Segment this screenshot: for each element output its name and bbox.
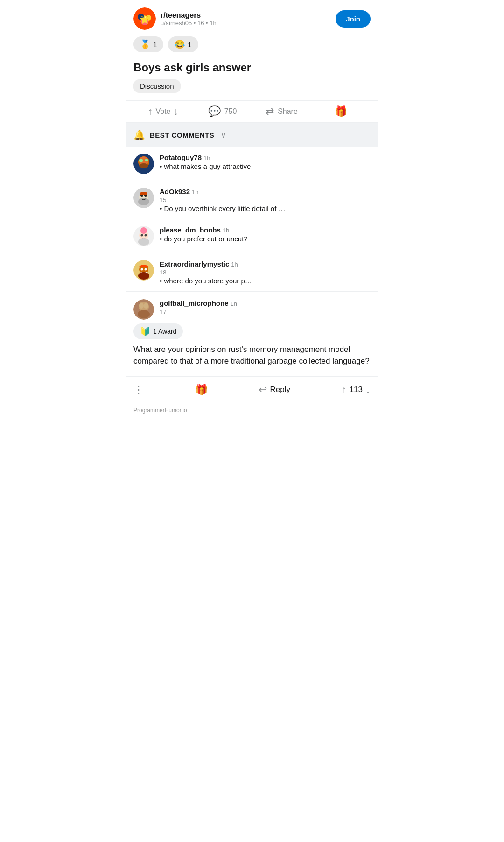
comment-3-time: 1h <box>223 227 229 234</box>
gift-icon: 🎁 <box>335 105 347 118</box>
vote-label: Vote <box>155 107 170 116</box>
awards-row: 🥇 1 😂 1 <box>126 34 378 55</box>
expanded-award-row: 🔰 1 Award <box>133 323 371 339</box>
svg-point-21 <box>145 234 147 237</box>
svg-point-20 <box>141 234 143 237</box>
svg-point-9 <box>139 159 143 162</box>
expanded-award-label: 1 Award <box>153 328 176 335</box>
svg-point-26 <box>145 268 147 271</box>
more-options-button[interactable]: ⋮ <box>133 384 144 396</box>
expanded-time: 1h <box>231 300 237 307</box>
avatar-potatoguy78[interactable] <box>133 154 154 174</box>
comment-downvote-icon[interactable]: ↓ <box>365 384 371 396</box>
svg-point-25 <box>141 268 143 271</box>
comment-4-text: • where do you store your p… <box>160 277 371 285</box>
comment-item-3: please_dm_boobs 1h • do you prefer cut o… <box>126 219 378 253</box>
avatar-please-dm-boobs[interactable] <box>133 226 154 246</box>
share-icon: ⇄ <box>266 105 274 118</box>
comment-1-text: • what makes a guy attractive <box>160 162 371 170</box>
reply-label: Reply <box>270 385 290 394</box>
comment-2-text: • Do you overthink every little detail o… <box>160 204 371 212</box>
more-options-icon[interactable]: ⋮ <box>133 384 144 396</box>
subreddit-name[interactable]: r/teenagers <box>161 11 217 20</box>
best-comments-bar[interactable]: 🔔 BEST COMMENTS ∨ <box>126 123 378 147</box>
svg-point-19 <box>140 227 147 234</box>
comment-3-text: • do you prefer cut or uncut? <box>160 235 371 243</box>
gift-action[interactable]: 🎁 <box>311 105 371 118</box>
bottom-action-bar: ⋮ 🎁 ↩ Reply ↑ 113 ↓ <box>126 377 378 402</box>
svg-text:🌟: 🌟 <box>140 14 150 25</box>
subreddit-info: 🌟 r/teenagers u/aimesh05 • 16 • 1h <box>133 7 217 30</box>
svg-point-8 <box>139 163 148 168</box>
comment-4-score: 18 <box>160 269 371 276</box>
award-1-count: 1 <box>153 41 157 49</box>
reply-arrow-icon: ↩ <box>259 384 267 396</box>
comment-1-time: 1h <box>203 154 210 161</box>
post-title: Boys ask girls answer <box>126 55 378 77</box>
comment-1-username[interactable]: Potatoguy78 <box>160 154 202 161</box>
gift-box-icon: 🎁 <box>195 384 208 396</box>
comment-action[interactable]: 💬 750 <box>193 105 252 118</box>
reply-button[interactable]: ↩ Reply <box>259 384 290 396</box>
expanded-award-pill[interactable]: 🔰 1 Award <box>133 323 183 339</box>
comment-3-username[interactable]: please_dm_boobs <box>160 226 221 234</box>
comment-1-body: Potatoguy78 1h • what makes a guy attrac… <box>160 154 371 170</box>
comment-1-header: Potatoguy78 1h <box>160 154 371 161</box>
comment-2-time: 1h <box>192 189 198 196</box>
flair-row: Discussion <box>126 77 378 100</box>
svg-point-10 <box>145 159 148 161</box>
expanded-comment-header-row: golfball_microphone 1h <box>160 299 237 307</box>
vote-arrows[interactable]: ↑ Vote ↓ <box>147 105 178 118</box>
svg-point-32 <box>144 303 148 309</box>
svg-rect-16 <box>140 192 147 195</box>
downvote-icon[interactable]: ↓ <box>174 105 179 118</box>
svg-point-13 <box>138 198 149 205</box>
comment-item-1: Potatoguy78 1h • what makes a guy attrac… <box>126 147 378 181</box>
avatar-extraordinarlymystic[interactable] <box>133 260 154 281</box>
action-bar: ↑ Vote ↓ 💬 750 ⇄ Share 🎁 <box>126 100 378 123</box>
comment-2-username[interactable]: AdOk932 <box>160 188 190 196</box>
comment-2-body: AdOk932 1h 15 • Do you overthink every l… <box>160 188 371 212</box>
comment-item-2: AdOk932 1h 15 • Do you overthink every l… <box>126 181 378 219</box>
expanded-username[interactable]: golfball_microphone <box>160 299 229 307</box>
chevron-down-icon[interactable]: ∨ <box>221 131 226 140</box>
comment-4-header: Extraordinarlymystic 1h <box>160 260 371 268</box>
share-action[interactable]: ⇄ Share <box>252 105 311 118</box>
svg-point-31 <box>139 303 144 309</box>
subreddit-avatar[interactable]: 🌟 <box>133 7 156 30</box>
svg-point-22 <box>138 238 149 246</box>
comment-vote-action[interactable]: ↑ 113 ↓ <box>342 384 371 396</box>
join-button[interactable]: Join <box>336 10 371 28</box>
watermark: ProgrammerHumor.io <box>133 407 187 414</box>
award-1[interactable]: 🥇 1 <box>133 36 163 52</box>
svg-point-30 <box>138 310 150 318</box>
upvote-icon[interactable]: ↑ <box>147 105 153 118</box>
comment-2-header: AdOk932 1h <box>160 188 371 196</box>
comment-vote-count: 113 <box>350 385 363 394</box>
award-shield-icon: 🔰 <box>140 326 150 337</box>
expanded-comment-content: What are your opinions on rust's memory … <box>133 344 371 372</box>
subreddit-text: r/teenagers u/aimesh05 • 16 • 1h <box>161 11 217 27</box>
site-footer: ProgrammerHumor.io <box>126 402 378 416</box>
comment-3-header: please_dm_boobs 1h <box>160 226 371 234</box>
gift-button[interactable]: 🎁 <box>195 384 208 396</box>
avatar-adok932[interactable] <box>133 188 154 208</box>
avatar-golfball-microphone[interactable] <box>133 299 154 320</box>
best-comments-label: BEST COMMENTS <box>150 131 214 139</box>
flair-tag[interactable]: Discussion <box>133 79 181 93</box>
award-2[interactable]: 😂 1 <box>168 36 198 52</box>
post-header: 🌟 r/teenagers u/aimesh05 • 16 • 1h Join <box>126 0 378 34</box>
expanded-comment: golfball_microphone 1h 17 🔰 1 Award What… <box>126 292 378 377</box>
share-label: Share <box>278 107 298 116</box>
comment-upvote-icon[interactable]: ↑ <box>342 384 347 396</box>
vote-action[interactable]: ↑ Vote ↓ <box>133 105 193 118</box>
comment-4-username[interactable]: Extraordinarlymystic <box>160 260 229 268</box>
comment-item-4: Extraordinarlymystic 1h 18 • where do yo… <box>126 253 378 292</box>
award-2-count: 1 <box>188 41 191 49</box>
comment-count: 750 <box>224 107 237 116</box>
expanded-comment-header: golfball_microphone 1h 17 <box>133 299 371 320</box>
comment-4-body: Extraordinarlymystic 1h 18 • where do yo… <box>160 260 371 285</box>
expanded-comment-meta: golfball_microphone 1h 17 <box>160 299 237 316</box>
comment-3-body: please_dm_boobs 1h • do you prefer cut o… <box>160 226 371 243</box>
svg-point-27 <box>138 272 149 280</box>
